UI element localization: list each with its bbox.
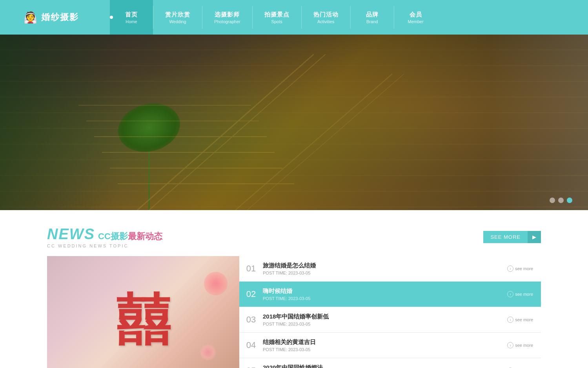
header: 👰 婚纱摄影 首页 Home 赏片欣赏 Wedding 选摄影师 Photogr… (0, 0, 588, 35)
news-info: 2018年中国结婚率创新低 POST TIME: 2023-03-05 (263, 309, 507, 330)
news-list-item[interactable]: 04 结婚相关的黄道吉日 POST TIME: 2023-03-05 i see… (239, 333, 541, 358)
svg-line-1 (149, 54, 326, 210)
nav-zh-label: 赏片欣赏 (165, 11, 190, 18)
news-num: 05 (239, 366, 263, 368)
nav-en-label: Photographer (214, 19, 240, 24)
news-item-title: 2018年中国结婚率创新低 (263, 313, 507, 320)
see-circle-icon: i (507, 317, 513, 323)
svg-line-3 (247, 74, 404, 210)
news-info: 嗨时候结婚 POST TIME: 2023-03-05 (263, 284, 507, 305)
news-zh-suffix: 最新动态 (128, 231, 162, 241)
news-item-date: POST TIME: 2023-03-05 (263, 271, 507, 275)
see-more-text: see more (515, 343, 533, 348)
flower-decor-1 (204, 272, 228, 295)
news-subtitle: CC WEDDING NEWS TOPIC (47, 244, 162, 248)
news-see-more-link[interactable]: i see more (507, 317, 533, 323)
stair-svg (0, 35, 588, 210)
nav-en-label: Brand (366, 19, 378, 24)
news-list-item[interactable]: 03 2018年中国结婚率创新低 POST TIME: 2023-03-05 i… (239, 307, 541, 333)
nav-item-photographer[interactable]: 选摄影师 Photographer (202, 0, 252, 35)
news-info: 2020年中国同性婚姻法 POST TIME: 2023-03-05 (263, 360, 507, 368)
see-circle-icon: i (507, 265, 513, 272)
logo-icon: 👰 (24, 11, 37, 24)
see-circle-icon: i (507, 342, 513, 348)
nav-zh-label: 选摄影师 (215, 11, 240, 18)
nav-en-label: Home (126, 19, 137, 24)
news-list-item[interactable]: 02 嗨时候结婚 POST TIME: 2023-03-05 i see mor… (239, 282, 541, 307)
news-item-title: 旅游结婚是怎么结婚 (263, 262, 507, 269)
nav-zh-label: 首页 (125, 11, 138, 18)
nav-en-label: Spots (271, 19, 282, 24)
svg-line-2 (235, 74, 392, 210)
news-num: 02 (239, 289, 263, 299)
news-zh-title: CC摄影最新动态 (98, 231, 162, 242)
news-list-item[interactable]: 01 旅游结婚是怎么结婚 POST TIME: 2023-03-05 i see… (239, 256, 541, 282)
news-featured-image: 囍 (47, 256, 239, 368)
news-item-date: POST TIME: 2023-03-05 (263, 322, 507, 326)
carousel-dots (550, 198, 572, 203)
news-info: 结婚相关的黄道吉日 POST TIME: 2023-03-05 (263, 335, 507, 356)
see-more-text: see more (515, 317, 533, 322)
see-more-label[interactable]: SEE MORE (483, 231, 528, 243)
see-circle-icon: i (507, 291, 513, 297)
xishi-symbol: 囍 (116, 293, 171, 348)
news-item-title: 2020年中国同性婚姻法 (263, 364, 507, 368)
carousel-dot-3[interactable] (567, 198, 572, 203)
news-item-date: POST TIME: 2023-03-05 (263, 347, 507, 352)
news-content: 囍 01 旅游结婚是怎么结婚 POST TIME: 2023-03-05 i s… (47, 256, 541, 368)
main-nav: 首页 Home 赏片欣赏 Wedding 选摄影师 Photographer 拍… (110, 0, 588, 35)
news-see-more-link[interactable]: i see more (507, 291, 533, 297)
nav-en-label: Activities (317, 19, 334, 24)
hero-banner (0, 35, 588, 210)
news-info: 旅游结婚是怎么结婚 POST TIME: 2023-03-05 (263, 258, 507, 279)
see-more-button[interactable]: SEE MORE ▶ (483, 231, 541, 243)
news-num: 01 (239, 264, 263, 274)
news-num: 04 (239, 340, 263, 350)
news-item-title: 结婚相关的黄道吉日 (263, 339, 507, 346)
news-see-more-link[interactable]: i see more (507, 342, 533, 348)
section-title-area: NEWS CC摄影最新动态 CC WEDDING NEWS TOPIC (47, 226, 162, 248)
news-item-title: 嗨时候结婚 (263, 287, 507, 295)
nav-en-label: Wedding (169, 19, 186, 24)
section-header: NEWS CC摄影最新动态 CC WEDDING NEWS TOPIC SEE … (47, 226, 541, 248)
see-more-arrow-icon[interactable]: ▶ (528, 231, 541, 243)
section-title-main: NEWS CC摄影最新动态 (47, 226, 162, 243)
logo-area: 👰 婚纱摄影 (0, 11, 110, 24)
nav-item-wedding[interactable]: 赏片欣赏 Wedding (153, 0, 202, 35)
nav-item-home[interactable]: 首页 Home (110, 0, 153, 35)
nav-en-label: Member (408, 19, 424, 24)
flower-decor-2 (200, 344, 216, 360)
news-list: 01 旅游结婚是怎么结婚 POST TIME: 2023-03-05 i see… (239, 256, 541, 368)
news-section: NEWS CC摄影最新动态 CC WEDDING NEWS TOPIC SEE … (0, 226, 588, 368)
nav-zh-label: 拍摄景点 (264, 11, 289, 18)
nav-zh-label: 品牌 (366, 11, 379, 18)
carousel-dot-1[interactable] (550, 198, 555, 203)
see-more-text: see more (515, 266, 533, 271)
news-item-date: POST TIME: 2023-03-05 (263, 296, 507, 301)
news-list-item[interactable]: 05 2020年中国同性婚姻法 POST TIME: 2023-03-05 i … (239, 358, 541, 368)
news-num: 03 (239, 315, 263, 325)
nav-item-spots[interactable]: 拍摄景点 Spots (253, 0, 301, 35)
carousel-dot-2[interactable] (558, 198, 564, 203)
nav-zh-label: 会员 (410, 11, 422, 18)
svg-line-0 (137, 54, 314, 210)
news-see-more-link[interactable]: i see more (507, 265, 533, 272)
see-more-text: see more (515, 292, 533, 297)
nav-item-activities[interactable]: 热门活动 Activities (302, 0, 350, 35)
nav-item-member[interactable]: 会员 Member (394, 0, 437, 35)
nav-item-brand[interactable]: 品牌 Brand (351, 0, 394, 35)
logo-text: 婚纱摄影 (41, 11, 79, 23)
nav-zh-label: 热门活动 (313, 11, 339, 18)
nav-dot (110, 16, 113, 19)
news-zh-prefix: CC摄影 (98, 231, 128, 241)
news-label: NEWS (47, 226, 95, 243)
